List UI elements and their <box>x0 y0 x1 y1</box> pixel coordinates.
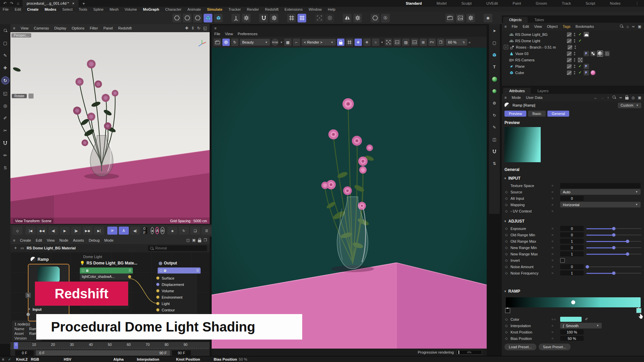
menu-character[interactable]: Character <box>165 7 181 11</box>
attr-track-icon[interactable]: ◎ <box>632 96 635 100</box>
workspace-tab-script[interactable]: Script <box>586 1 595 5</box>
viewport-menu-cameras[interactable]: Cameras <box>34 26 49 30</box>
toolbar-overflow-chevrons[interactable]: » <box>469 40 471 44</box>
ne-menu-view[interactable]: View <box>47 238 55 242</box>
ne-menu-edit[interactable]: Edit <box>36 238 42 242</box>
snap-settings-gear-icon[interactable] <box>270 14 278 22</box>
render-view-hamburger-icon[interactable]: ≡ <box>214 26 216 30</box>
expand-icon[interactable]: + <box>504 45 508 49</box>
port-circle[interactable]: ○ <box>551 227 560 230</box>
status-hamburger-icon[interactable]: ≡ <box>2 357 4 361</box>
view-button-general[interactable]: General <box>547 111 569 117</box>
menu-tracker[interactable]: Tracker <box>228 7 241 11</box>
timeline-ruler[interactable]: 0 10 20 30 40 50 60 70 80 90 <box>10 342 210 349</box>
anim-diamond-icon[interactable]: ◇ <box>505 246 511 249</box>
save-preset-button[interactable]: Save Preset... <box>539 344 571 350</box>
status-alpha-label[interactable]: Alpha <box>113 357 124 361</box>
noise-amount-field[interactable]: 0 <box>560 264 584 269</box>
attr-lock-icon[interactable] <box>625 95 629 100</box>
grid-overlay-icon[interactable] <box>346 39 353 46</box>
attr-hamburger-icon[interactable]: ≡ <box>504 96 506 100</box>
zoom-level-field[interactable]: 60 %⇅ <box>446 39 467 46</box>
axis-gizmo-icon[interactable] <box>197 39 207 49</box>
render-settings-icon[interactable] <box>466 14 475 22</box>
visibility-dots[interactable] <box>574 39 575 43</box>
ramp-input-port[interactable] <box>26 313 30 316</box>
port-circle[interactable]: ○ <box>551 337 560 340</box>
restart-render-icon[interactable]: ↻ <box>231 39 238 46</box>
noise-frequency-field[interactable]: 1 <box>560 270 584 276</box>
viewport-menu-options[interactable]: Options <box>72 26 85 30</box>
anim-diamond-icon[interactable]: ◇ <box>505 258 511 262</box>
anim-diamond-icon[interactable]: ◇ <box>505 252 511 256</box>
anim-diamond-icon[interactable]: ◇ <box>505 209 511 213</box>
dither-icon[interactable]: ▩ <box>284 39 291 46</box>
om-menu-object[interactable]: Object <box>547 24 558 28</box>
add-track-icon[interactable]: ❏ <box>190 227 200 235</box>
snapshot-freeze-icon[interactable]: ❄ <box>355 39 362 46</box>
attr-menu-mode[interactable]: Mode <box>512 96 521 100</box>
old-range-min-field[interactable]: 0 <box>560 232 584 237</box>
annotation-tag-icon[interactable] <box>604 51 610 56</box>
attr-search-icon[interactable] <box>612 95 616 100</box>
menu-animate[interactable]: Animate <box>187 7 201 11</box>
output-node-body[interactable]: Surface Displacement Volume Environment … <box>158 274 197 317</box>
visibility-dots[interactable] <box>574 52 575 55</box>
menu-modes[interactable]: Modes <box>45 7 56 11</box>
layer-toggle-icon[interactable] <box>567 70 572 75</box>
curve-tool-icon[interactable]: S <box>2 164 9 171</box>
menu-volume[interactable]: Volume <box>125 7 137 11</box>
history-forward-icon[interactable]: → <box>600 96 604 100</box>
rv-menu-file[interactable]: File <box>214 32 220 36</box>
load-preset-button[interactable]: Load Preset... <box>504 344 536 350</box>
history-back-icon[interactable]: ← <box>594 96 597 100</box>
adjust-collapse-chevron[interactable]: ▾ <box>504 220 506 223</box>
old-range-max-field[interactable]: 1 <box>560 239 584 244</box>
pen-tool-icon[interactable]: ✎ <box>2 52 9 59</box>
cube-primitive-icon[interactable] <box>491 52 498 58</box>
current-frame-box[interactable]: 0 F <box>15 350 34 356</box>
environment-port-dot[interactable] <box>156 296 159 299</box>
om-home-icon[interactable]: ⌂ <box>627 24 629 28</box>
port-circle[interactable]: ○ <box>551 324 560 327</box>
snapshot-freeze-g-icon[interactable]: ❄ <box>363 39 371 46</box>
attr-filter-icon[interactable]: ≂ <box>619 96 622 100</box>
material-tag-icon[interactable]: ▭ <box>20 246 24 250</box>
dome-node-header[interactable]: ▢▦ ☰ <box>80 267 133 274</box>
object-row-dome-light-bg[interactable]: RS Dome Light_BG ✓ <box>502 31 644 38</box>
menu-file[interactable]: File <box>3 7 9 11</box>
output-node-header[interactable]: ▢▦ ☰ <box>158 267 201 274</box>
anim-diamond-icon[interactable]: ◇ <box>505 317 511 321</box>
quantize-grid-lock-icon[interactable] <box>298 14 306 22</box>
key-all-icon[interactable]: ◈ <box>167 227 177 235</box>
port-circle[interactable]: ○ <box>551 209 560 213</box>
loop-playback-icon[interactable]: ⟳ <box>107 227 117 235</box>
viewport-orbit-icon[interactable]: ↻ <box>197 26 201 31</box>
phong-tag-icon[interactable] <box>584 51 589 56</box>
anim-diamond-icon[interactable]: ◇ <box>505 265 511 268</box>
view-button-basic[interactable]: Basic <box>528 111 546 117</box>
compare-checker-icon[interactable]: ▨ <box>402 39 410 46</box>
live-selection-icon[interactable]: ▢ <box>2 39 9 47</box>
new-range-min-slider[interactable] <box>586 245 641 250</box>
crop-icon[interactable]: ⌐ <box>293 39 300 46</box>
tab-objects[interactable]: Objects <box>503 17 528 23</box>
menu-render[interactable]: Render <box>247 7 259 11</box>
text-tool-icon[interactable]: T <box>491 64 498 70</box>
viewport-dolly-icon[interactable]: ⇕ <box>191 26 195 31</box>
texture-space-field[interactable] <box>560 183 641 188</box>
ramp-knot-black[interactable] <box>505 308 510 313</box>
split-vertical-icon[interactable]: ▣ <box>192 238 196 243</box>
om-menu-view[interactable]: View <box>534 24 542 28</box>
node-search-input[interactable] <box>148 245 207 251</box>
viewport-menu-view[interactable]: View <box>20 26 29 30</box>
ne-menu-debug[interactable]: Debug <box>89 238 99 242</box>
copy-pages-icon[interactable]: ❐ <box>437 39 444 46</box>
alt-input-field[interactable]: 0 <box>560 196 584 201</box>
checker-tag-icon[interactable] <box>590 51 596 56</box>
menu-redshift[interactable]: Redshift <box>265 7 278 11</box>
status-rgb-label[interactable]: RGB <box>31 357 39 361</box>
convert-cycle-icon[interactable]: ↻ <box>491 112 498 119</box>
object-row-roses-branch[interactable]: + Roses - Branch - 0.51 m <box>502 44 644 50</box>
menu-select[interactable]: Select <box>62 7 73 11</box>
